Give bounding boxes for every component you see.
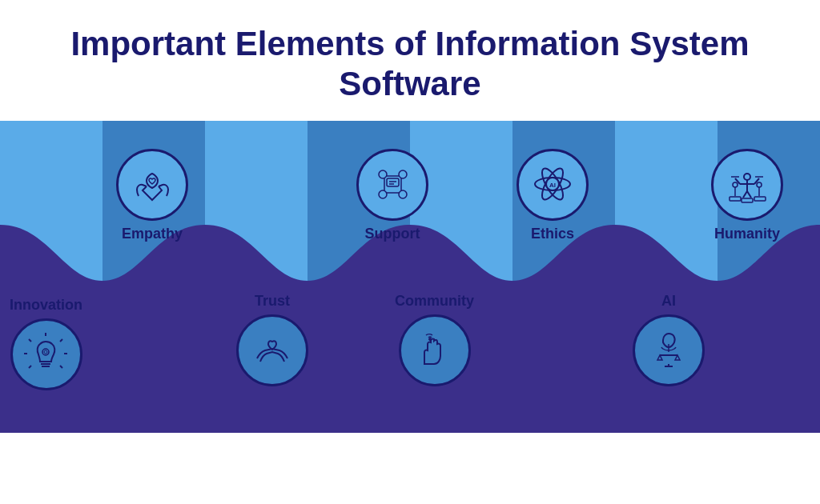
item-support: Support — [356, 149, 428, 242]
svg-point-32 — [744, 174, 750, 180]
title-line1: Important Elements of Information System — [70, 25, 749, 62]
item-ethics: AI Ethics — [517, 149, 589, 242]
svg-point-12 — [399, 170, 407, 178]
trust-icon-circle — [236, 314, 308, 386]
community-icon-circle — [399, 314, 471, 386]
svg-rect-47 — [754, 197, 766, 201]
item-empathy: Empathy — [116, 149, 188, 242]
humanity-label: Humanity — [714, 226, 780, 242]
svg-line-4 — [29, 339, 31, 342]
innovation-icon-circle — [10, 318, 82, 390]
ethics-icon: AI — [531, 162, 575, 206]
bulb-icon — [24, 332, 68, 376]
svg-point-14 — [399, 190, 407, 198]
humanity-icon — [726, 162, 770, 206]
svg-point-39 — [733, 182, 738, 187]
svg-point-9 — [42, 349, 49, 355]
svg-line-35 — [743, 191, 747, 198]
ai-icon-circle — [633, 314, 705, 386]
svg-rect-46 — [742, 198, 753, 202]
svg-point-11 — [379, 170, 387, 178]
svg-text:AI: AI — [549, 182, 556, 189]
item-innovation: Innovation — [10, 297, 82, 390]
svg-line-36 — [747, 191, 751, 198]
ai-icon — [647, 328, 691, 372]
infographic-section: Innovation — [0, 121, 820, 433]
svg-rect-45 — [730, 197, 741, 201]
ethics-icon-circle: AI — [517, 149, 589, 221]
item-community: Community — [395, 293, 474, 386]
empathy-label: Empathy — [122, 226, 183, 242]
support-icon — [371, 162, 415, 206]
main-title: Important Elements of Information System… — [48, 24, 772, 105]
item-humanity: Humanity — [711, 149, 783, 242]
support-icon-circle — [356, 149, 428, 221]
community-label: Community — [395, 293, 474, 310]
svg-point-10 — [44, 350, 47, 354]
support-label: Support — [365, 226, 420, 242]
title-section: Important Elements of Information System… — [0, 0, 820, 121]
svg-rect-15 — [387, 178, 399, 186]
humanity-icon-circle — [711, 149, 783, 221]
svg-point-42 — [757, 182, 762, 187]
ai-label: AI — [661, 293, 676, 310]
hands-heart-icon — [131, 162, 175, 206]
svg-line-6 — [29, 366, 31, 368]
ethics-label: Ethics — [531, 226, 574, 242]
community-icon — [412, 328, 456, 372]
title-line2: Software — [339, 65, 480, 102]
trust-icon — [251, 328, 295, 372]
svg-point-13 — [379, 190, 387, 198]
item-trust: Trust — [236, 293, 308, 386]
svg-line-1 — [60, 339, 62, 342]
svg-line-3 — [60, 366, 62, 368]
empathy-icon-circle — [116, 149, 188, 221]
svg-point-22 — [429, 338, 432, 341]
innovation-label: Innovation — [10, 297, 82, 314]
trust-label: Trust — [255, 293, 290, 310]
item-ai: AI — [633, 293, 705, 386]
